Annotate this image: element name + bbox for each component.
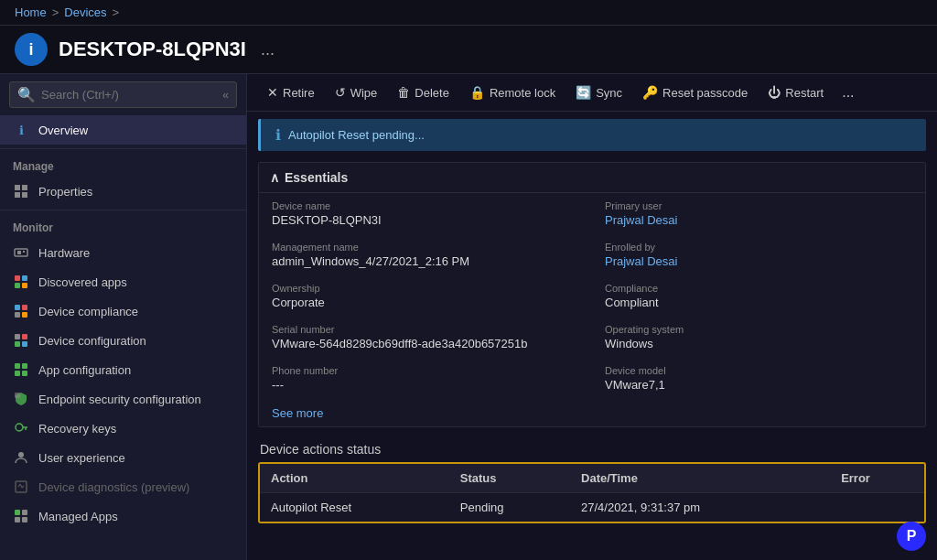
svg-rect-22 [22,371,27,376]
sync-icon: 🔄 [576,85,591,100]
discovered-apps-icon [13,274,29,290]
svg-line-30 [20,484,22,488]
actions-col-status: Status [449,464,570,493]
sidebar-item-overview[interactable]: ℹ Overview [0,115,246,145]
essentials-phone-number-label: Phone number [272,365,579,376]
svg-rect-3 [22,192,27,198]
sidebar-item-hardware[interactable]: Hardware [0,238,246,267]
svg-rect-12 [22,305,27,310]
app-logo: P [897,522,926,551]
svg-rect-8 [22,275,27,281]
sidebar-item-properties-label: Properties [38,185,92,199]
essentials-ownership-value: Corporate [272,296,579,309]
delete-button[interactable]: 🗑 Delete [388,81,458,104]
sidebar-item-device-configuration-label: Device configuration [38,334,146,348]
device-actions-status-title: Device actions status [258,442,926,457]
breadcrumb: Home > Devices > [0,0,937,26]
breadcrumb-devices[interactable]: Devices [64,5,106,19]
sidebar-item-properties[interactable]: Properties [0,177,246,206]
remote-lock-icon: 🔒 [469,85,485,100]
sidebar-item-discovered-apps[interactable]: Discovered apps [0,267,246,296]
svg-rect-10 [22,283,27,288]
essentials-device-model: Device model VMware7,1 [592,358,925,399]
remote-lock-button[interactable]: 🔒 Remote lock [460,81,565,104]
svg-rect-13 [15,312,20,318]
app-configuration-icon [13,361,29,378]
wipe-button[interactable]: ↺ Wipe [326,81,387,104]
sidebar-item-user-experience-label: User experience [38,451,125,465]
svg-point-27 [18,452,24,458]
essentials-chevron-icon: ∧ [270,170,279,185]
sidebar-item-device-compliance[interactable]: Device compliance [0,296,246,326]
info-banner-icon: ℹ [275,126,281,144]
sidebar-item-app-configuration[interactable]: App configuration [0,355,246,384]
svg-rect-18 [22,341,27,347]
hardware-icon [13,244,29,261]
breadcrumb-sep1: > [52,5,59,19]
essentials-primary-user: Primary user Prajwal Desai [592,193,925,234]
svg-rect-34 [15,517,20,522]
essentials-primary-user-label: Primary user [605,200,912,211]
sidebar-item-endpoint-security-label: Endpoint security configuration [38,393,201,406]
actions-table-wrapper: Action Status Date/Time Error Autopilot … [258,462,926,523]
essentials-compliance: Compliance Compliant [592,275,925,317]
sidebar-item-device-diagnostics[interactable]: Device diagnostics (preview) [0,472,246,501]
sidebar-item-user-experience[interactable]: User experience [0,443,246,472]
sidebar-item-device-configuration[interactable]: Device configuration [0,326,246,355]
essentials-title: Essentials [285,170,348,185]
actions-col-action: Action [260,464,449,493]
retire-button[interactable]: ✕ Retire [258,81,324,104]
essentials-phone-number-value: --- [272,378,579,392]
essentials-compliance-value: Compliant [605,296,912,309]
essentials-phone-number: Phone number --- [259,358,592,399]
device-actions-status: Device actions status Action Status Date… [258,442,926,523]
actions-row-error [830,493,924,522]
sidebar-item-discovered-apps-label: Discovered apps [38,275,127,289]
sidebar-item-managed-apps[interactable]: Managed Apps [0,501,246,531]
table-row: Autopilot Reset Pending 27/4/2021, 9:31:… [260,493,924,522]
svg-rect-5 [17,251,21,254]
sidebar-item-device-diagnostics-label: Device diagnostics (preview) [38,480,189,494]
actions-row-action: Autopilot Reset [260,493,449,522]
search-icon: 🔍 [17,86,36,103]
essentials-compliance-label: Compliance [605,283,912,294]
search-collapse-icon[interactable]: « [222,89,229,102]
restart-button[interactable]: ⏻ Restart [759,81,833,104]
device-icon: i [15,33,48,66]
toolbar-more-button[interactable]: ... [835,80,861,105]
essentials-management-name-value: admin_Windows_4/27/2021_2:16 PM [272,254,579,268]
essentials-os-value: Windows [605,337,912,350]
svg-point-24 [16,424,23,431]
svg-rect-11 [15,305,20,310]
see-more-link[interactable]: See more [272,406,323,420]
properties-icon [13,183,29,199]
sidebar-section-monitor: Monitor [0,214,246,238]
reset-passcode-button[interactable]: 🔑 Reset passcode [633,81,757,104]
svg-rect-17 [15,341,20,347]
essentials-header[interactable]: ∧ Essentials [259,163,925,193]
main-layout: 🔍 « ℹ Overview Manage Properties Mo [0,74,937,560]
sidebar-item-endpoint-security[interactable]: Endpoint security configuration [0,384,246,414]
essentials-device-name-label: Device name [272,200,579,211]
essentials-serial-number: Serial number VMware-564d8289cb69dff8-ad… [259,317,592,358]
essentials-primary-user-value[interactable]: Prajwal Desai [605,213,912,227]
device-more-button[interactable]: ... [261,40,275,59]
essentials-os: Operating system Windows [592,317,925,358]
svg-rect-35 [22,517,27,522]
essentials-section: ∧ Essentials Device name DESKTOP-8LQPN3I… [258,162,926,427]
actions-table-header-row: Action Status Date/Time Error [260,464,924,493]
breadcrumb-home[interactable]: Home [15,5,47,19]
reset-passcode-icon: 🔑 [642,85,658,100]
sidebar-item-app-configuration-label: App configuration [38,363,131,377]
svg-rect-1 [22,185,27,190]
sidebar-item-recovery-keys[interactable]: Recovery keys [0,414,246,443]
search-input[interactable] [41,88,217,102]
search-box[interactable]: 🔍 « [9,81,237,108]
wipe-icon: ↺ [335,85,346,100]
device-title: DESKTOP-8LQPN3I [59,38,246,61]
sidebar-item-hardware-label: Hardware [38,246,90,260]
svg-line-31 [22,486,24,488]
sync-button[interactable]: 🔄 Sync [566,81,631,104]
device-header: i DESKTOP-8LQPN3I ... [0,26,937,74]
essentials-enrolled-by-value[interactable]: Prajwal Desai [605,254,912,268]
